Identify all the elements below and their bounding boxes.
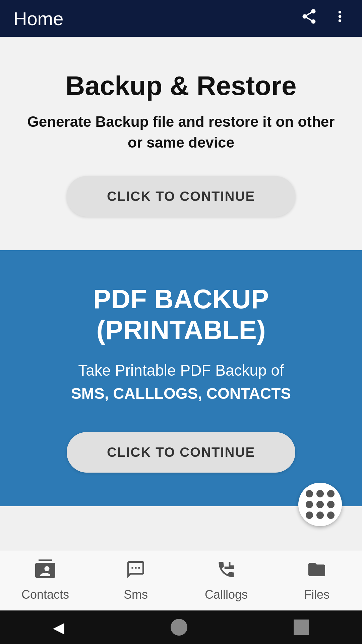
nav-item-contacts[interactable]: Contacts [0, 559, 90, 602]
fab-dot-7 [306, 512, 313, 519]
pdf-backup-subtitle: Take Printable PDF Backup of SMS, CALLLO… [71, 359, 291, 405]
calllogs-icon [216, 559, 236, 584]
fab-dot-2 [316, 490, 324, 497]
app-title: Home [13, 8, 63, 30]
system-navigation-bar: ◀ [0, 610, 362, 644]
nav-item-calllogs[interactable]: Calllogs [181, 559, 272, 602]
backup-restore-continue-button[interactable]: CLICK TO CONTINUE [67, 176, 295, 217]
files-label: Files [304, 588, 329, 602]
fab-dot-6 [327, 501, 335, 508]
backup-restore-title: Backup & Restore [65, 70, 296, 101]
share-icon[interactable] [300, 8, 318, 29]
fab-dot-1 [306, 490, 313, 497]
contacts-label: Contacts [21, 588, 69, 602]
fab-dot-9 [327, 512, 335, 519]
files-icon [307, 559, 327, 584]
sms-icon [126, 559, 146, 584]
top-app-bar: Home [0, 0, 362, 37]
top-bar-actions [300, 8, 349, 29]
back-button[interactable]: ◀ [53, 619, 64, 636]
more-options-icon[interactable] [331, 8, 349, 29]
backup-restore-section: Backup & Restore Generate Backup file an… [0, 37, 362, 250]
pdf-backup-title: PDF BACKUP (PRINTABLE) [20, 284, 342, 345]
fab-dot-5 [316, 501, 324, 508]
sms-label: Sms [124, 588, 148, 602]
calllogs-label: Calllogs [205, 588, 248, 602]
home-button[interactable] [171, 619, 187, 636]
fab-dot-8 [316, 512, 324, 519]
fab-dot-3 [327, 490, 335, 497]
fab-dot-4 [306, 501, 313, 508]
recents-button[interactable] [294, 620, 309, 635]
contacts-icon [35, 559, 55, 584]
pdf-backup-continue-button[interactable]: CLICK TO CONTINUE [67, 432, 295, 473]
nav-item-files[interactable]: Files [272, 559, 362, 602]
fab-grid-button[interactable] [298, 483, 342, 526]
backup-restore-subtitle: Generate Backup file and restore it on o… [20, 111, 342, 153]
fab-dots-grid [302, 487, 338, 522]
pdf-backup-section: PDF BACKUP (PRINTABLE) Take Printable PD… [0, 250, 362, 506]
bottom-navigation: Contacts Sms Calllogs Files [0, 550, 362, 610]
nav-item-sms[interactable]: Sms [90, 559, 181, 602]
